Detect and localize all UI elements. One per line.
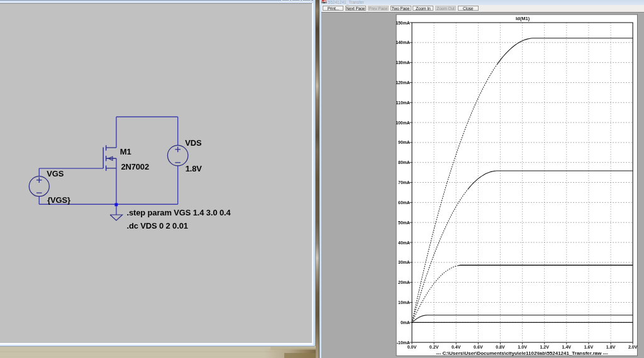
svg-text:0.2V: 0.2V bbox=[429, 345, 438, 350]
svg-text:0mA: 0mA bbox=[400, 320, 409, 325]
svg-text:130mA: 130mA bbox=[396, 61, 410, 65]
svg-text:-10mA: -10mA bbox=[396, 340, 409, 345]
svg-text:M1: M1 bbox=[120, 147, 131, 156]
svg-text:1.8V: 1.8V bbox=[186, 164, 203, 173]
svg-text:{VGS}: {VGS} bbox=[47, 195, 70, 205]
svg-text:2.0V: 2.0V bbox=[628, 345, 637, 350]
svg-text:.dc VDS 0 2 0.01: .dc VDS 0 2 0.01 bbox=[127, 221, 188, 231]
svg-text:80mA: 80mA bbox=[398, 161, 410, 165]
svg-text:120mA: 120mA bbox=[396, 80, 410, 85]
svg-text:2N7002: 2N7002 bbox=[121, 162, 149, 171]
svg-text:30mA: 30mA bbox=[398, 261, 410, 265]
svg-text:90mA: 90mA bbox=[398, 141, 410, 145]
svg-text:.step param VGS 1.4 3.0 0.4: .step param VGS 1.4 3.0 0.4 bbox=[127, 208, 231, 217]
svg-text:0.6V: 0.6V bbox=[474, 345, 483, 350]
svg-text:20mA: 20mA bbox=[398, 281, 410, 285]
svg-text:1.0V: 1.0V bbox=[518, 345, 527, 350]
svg-text:VDS: VDS bbox=[185, 138, 202, 148]
svg-text:150mA: 150mA bbox=[396, 21, 410, 25]
svg-text:100mA: 100mA bbox=[396, 121, 410, 125]
svg-text:70mA: 70mA bbox=[398, 180, 410, 185]
svg-text:1.2V: 1.2V bbox=[540, 345, 549, 350]
svg-text:Id(M1): Id(M1) bbox=[515, 16, 530, 22]
svg-text:1.4V: 1.4V bbox=[562, 345, 571, 350]
svg-text:60mA: 60mA bbox=[398, 200, 410, 205]
svg-text:40mA: 40mA bbox=[398, 241, 410, 245]
svg-text:0.4V: 0.4V bbox=[451, 345, 460, 350]
svg-text:0.8V: 0.8V bbox=[496, 345, 505, 350]
svg-text:VGS: VGS bbox=[47, 169, 64, 178]
svg-text:10mA: 10mA bbox=[398, 300, 410, 305]
svg-text:1.8V: 1.8V bbox=[606, 345, 615, 350]
svg-text:0.0V: 0.0V bbox=[407, 345, 416, 350]
svg-text:50mA: 50mA bbox=[398, 220, 410, 225]
svg-text:1.6V: 1.6V bbox=[584, 345, 593, 350]
svg-text:140mA: 140mA bbox=[396, 41, 410, 45]
svg-text:110mA: 110mA bbox=[396, 100, 409, 105]
svg-text:--- C:\Users\User\Documents\ci: --- C:\Users\User\Documents\cityu\ele110… bbox=[436, 350, 608, 356]
